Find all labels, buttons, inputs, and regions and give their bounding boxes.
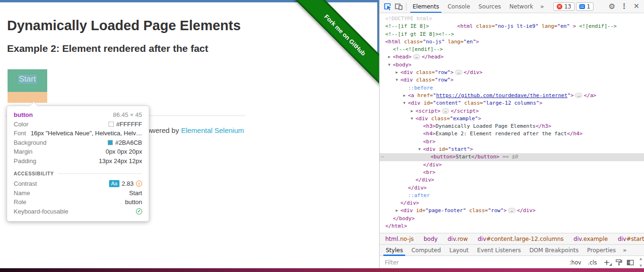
tree-line[interactable]: ▼<div class="example"> bbox=[380, 115, 644, 123]
tooltip-focusable-row: Keyboard-focusable ✓ bbox=[14, 207, 142, 216]
devtools-panel: ElementsConsoleSourcesNetwork » ✕ 13 1 ⚙… bbox=[379, 0, 644, 268]
page-title: Dynamically Loaded Page Elements bbox=[7, 18, 241, 33]
inspect-element-icon[interactable] bbox=[381, 1, 393, 12]
fork-ribbon-label: Fork me on GitHub bbox=[323, 13, 367, 57]
tree-line[interactable]: <br> bbox=[380, 169, 644, 176]
breadcrumb-item[interactable]: div#content.large-12.columns bbox=[476, 235, 565, 243]
collapse-arrow-icon[interactable]: ▼ bbox=[403, 99, 406, 107]
tree-line[interactable]: ▶<div class="row">…</div> bbox=[380, 69, 644, 76]
breadcrumb: html.no-jsbodydiv.rowdiv#content.large-1… bbox=[380, 233, 644, 244]
expand-arrow-icon[interactable]: ▶ bbox=[388, 53, 390, 61]
tree-line[interactable]: ▼<div id="content" class="large-12 colum… bbox=[380, 99, 644, 107]
tooltip-row: Color#FFFFFF bbox=[14, 120, 142, 129]
tooltip-row: Background#2BA6CB bbox=[14, 138, 142, 148]
tree-line[interactable]: <br> bbox=[380, 138, 644, 146]
scrollbar-down-icon[interactable]: ▼ bbox=[640, 264, 642, 268]
tree-line[interactable]: <!--<![endif]--> bbox=[380, 46, 644, 53]
expand-arrow-icon[interactable]: ▶ bbox=[411, 107, 413, 115]
tab-network[interactable]: Network bbox=[505, 0, 537, 13]
tree-line[interactable]: ::after bbox=[380, 192, 644, 199]
fork-ribbon[interactable]: Fork me on GitHub bbox=[295, 0, 379, 85]
expand-inline-icon[interactable]: … bbox=[442, 108, 449, 114]
message-badge[interactable]: 1 bbox=[576, 2, 593, 11]
tree-line[interactable]: </div> bbox=[380, 184, 644, 192]
styles-tab-properties[interactable]: Properties bbox=[583, 245, 620, 256]
tree-line[interactable]: ▼<div class="row"> bbox=[380, 76, 644, 84]
web-page-panel: Dynamically Loaded Page Elements Example… bbox=[0, 0, 379, 268]
tab-sources[interactable]: Sources bbox=[475, 0, 505, 13]
contrast-value: 2.83 bbox=[122, 180, 134, 187]
pseudo-state-toggle[interactable]: :hov bbox=[566, 259, 585, 266]
tree-line[interactable]: </div> bbox=[380, 199, 644, 207]
paint-roller-icon[interactable] bbox=[613, 257, 625, 268]
tree-line[interactable]: </div> bbox=[380, 161, 644, 169]
dom-tree: <!DOCTYPE html><!--[if IE 8]> <html clas… bbox=[380, 13, 644, 233]
tooltip-properties: Color#FFFFFFFont16px "Helvetica Neue", H… bbox=[14, 120, 142, 166]
breadcrumb-item[interactable]: div.example bbox=[572, 235, 610, 243]
tooltip-name-row: Name Start bbox=[14, 189, 142, 198]
breadcrumb-item[interactable]: body bbox=[422, 235, 439, 243]
new-style-rule-button[interactable]: + bbox=[600, 258, 613, 267]
expand-inline-icon[interactable]: … bbox=[508, 208, 515, 213]
tree-line[interactable]: ▶<script>…</script> bbox=[380, 107, 644, 115]
tooltip-row: Margin0px 0px 20px bbox=[14, 147, 142, 157]
inspect-tooltip: button 86.45 × 45 Color#FFFFFFFont16px "… bbox=[7, 106, 149, 222]
styles-more-chevron[interactable]: » bbox=[620, 247, 629, 254]
expand-arrow-icon[interactable]: ▶ bbox=[396, 207, 398, 214]
tree-line[interactable]: ▶<head>…</head> bbox=[380, 53, 644, 61]
tree-line[interactable]: ::before bbox=[380, 84, 644, 92]
kebab-menu-icon[interactable]: ⋮ bbox=[619, 1, 630, 12]
breadcrumb-item[interactable]: html.no-js bbox=[384, 235, 415, 243]
tooltip-row: Padding13px 24px 12px bbox=[14, 157, 142, 166]
start-button[interactable]: Start bbox=[18, 74, 37, 84]
tree-line[interactable]: <!DOCTYPE html> bbox=[380, 15, 644, 23]
collapse-arrow-icon[interactable]: ▼ bbox=[396, 76, 398, 84]
tree-line[interactable]: <!--[if gt IE 8]><!--> bbox=[380, 31, 644, 38]
expand-inline-icon[interactable]: … bbox=[455, 70, 462, 75]
breadcrumb-item[interactable]: div#start bbox=[616, 235, 644, 243]
gear-icon[interactable]: ⚙ bbox=[606, 1, 618, 12]
tree-line[interactable]: ▶<div id="page-footer" class="row">…</di… bbox=[380, 207, 644, 214]
styles-tab-event-listeners[interactable]: Event Listeners bbox=[473, 245, 525, 256]
heading-rule bbox=[58, 173, 142, 174]
tree-line[interactable]: ▼<body> bbox=[380, 61, 644, 69]
expand-inline-icon[interactable]: … bbox=[413, 54, 420, 59]
scrollbar-up-icon[interactable]: ▲ bbox=[640, 257, 642, 261]
tab-console[interactable]: Console bbox=[443, 0, 475, 13]
tree-line[interactable]: ▶<a href="https://github.com/tourdedave/… bbox=[380, 92, 644, 99]
expand-inline-icon[interactable]: … bbox=[575, 93, 582, 98]
device-toolbar-icon[interactable] bbox=[393, 1, 404, 12]
tree-line[interactable]: <!--[if IE 8]> <html class="no-js lt-ie9… bbox=[380, 23, 644, 30]
element-class-toggle[interactable]: .cls bbox=[585, 259, 600, 266]
tree-line[interactable]: <html class="no-js" lang="en"> bbox=[380, 38, 644, 46]
tree-line[interactable]: ▼<div id="start"> bbox=[380, 146, 644, 153]
styles-tab-dom-breakpoints[interactable]: DOM Breakpoints bbox=[525, 245, 583, 256]
tab-elements[interactable]: Elements bbox=[408, 0, 443, 13]
collapse-arrow-icon[interactable]: ▼ bbox=[411, 115, 413, 123]
inspect-highlight-content[interactable]: Start bbox=[8, 69, 47, 92]
footer-link[interactable]: Elemental Selenium bbox=[181, 126, 244, 134]
collapse-arrow-icon[interactable]: ▼ bbox=[388, 61, 390, 69]
collapse-arrow-icon[interactable]: ▼ bbox=[418, 146, 421, 153]
breadcrumb-item[interactable]: div.row bbox=[446, 235, 469, 243]
error-badge[interactable]: ✕ 13 bbox=[553, 2, 575, 11]
expand-arrow-icon[interactable]: ▶ bbox=[396, 69, 398, 76]
tree-line[interactable]: </div> bbox=[380, 176, 644, 184]
row-menu-dots[interactable]: ⋯ bbox=[381, 153, 384, 161]
tooltip-dimensions: 86.45 × 45 bbox=[113, 111, 142, 118]
styles-tab-layout[interactable]: Layout bbox=[445, 245, 473, 256]
contrast-warning-icon: ! bbox=[136, 181, 142, 187]
tree-line[interactable]: <h3>Dynamically Loaded Page Elements</h3… bbox=[380, 123, 644, 130]
styles-tab-styles[interactable]: Styles bbox=[381, 245, 407, 256]
styles-tab-computed[interactable]: Computed bbox=[407, 245, 445, 256]
close-icon[interactable]: ✕ bbox=[631, 1, 642, 12]
tree-line[interactable]: </html> bbox=[380, 223, 644, 230]
filter-input[interactable] bbox=[384, 259, 566, 266]
expand-arrow-icon[interactable]: ▶ bbox=[403, 92, 406, 99]
tree-line-selected[interactable]: ⋯<button>Start</button> == $0 bbox=[380, 153, 644, 161]
sidebar-toggle-icon[interactable] bbox=[625, 257, 636, 268]
tree-line[interactable]: </body> bbox=[380, 215, 644, 223]
more-tabs-chevron[interactable]: » bbox=[537, 3, 547, 10]
tree-line[interactable]: <h4>Example 2: Element rendered after th… bbox=[380, 130, 644, 138]
styles-scrollbar[interactable]: ▲ ▼ bbox=[639, 256, 643, 269]
